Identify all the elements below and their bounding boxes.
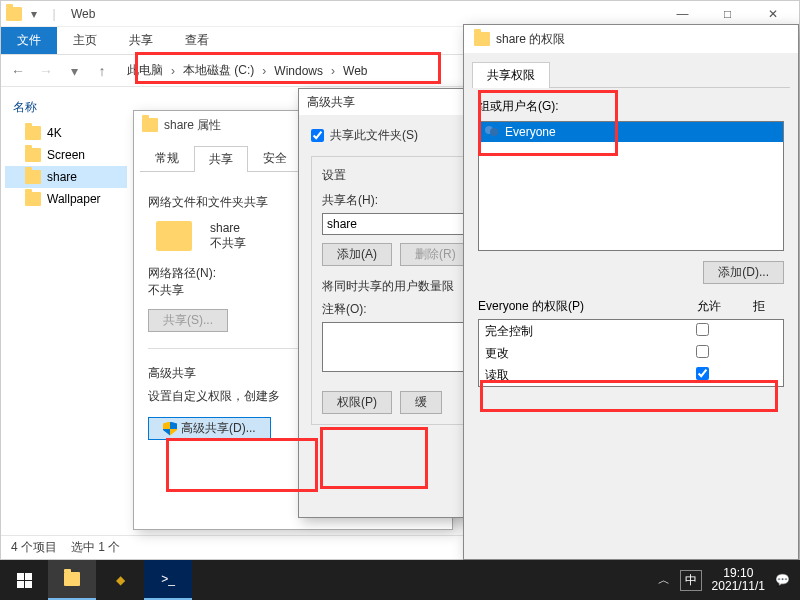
notifications-icon[interactable]: 💬 bbox=[775, 573, 790, 587]
item-label: share bbox=[47, 170, 77, 184]
start-button[interactable] bbox=[0, 560, 48, 600]
group-users-label: 组或用户名(G): bbox=[478, 98, 784, 115]
minimize-button[interactable]: — bbox=[660, 1, 705, 27]
permission-row: 完全控制 bbox=[479, 320, 783, 342]
share-name: share bbox=[210, 221, 246, 235]
list-item[interactable]: share bbox=[5, 166, 127, 188]
quick-access-toolbar: ▾ | bbox=[5, 5, 63, 23]
breadcrumb-item[interactable]: 此电脑 bbox=[127, 62, 163, 79]
up-button[interactable]: ↑ bbox=[91, 60, 113, 82]
permissions-header: Everyone 的权限(P) 允许 拒 bbox=[478, 298, 784, 315]
tab-general[interactable]: 常规 bbox=[140, 145, 194, 171]
item-label: Screen bbox=[47, 148, 85, 162]
folder-icon bbox=[64, 572, 80, 586]
permission-name: 更改 bbox=[485, 345, 677, 362]
ime-indicator[interactable]: 中 bbox=[680, 570, 702, 591]
users-icon bbox=[485, 126, 499, 138]
allow-checkbox[interactable] bbox=[696, 367, 709, 380]
item-label: 4K bbox=[47, 126, 62, 140]
user-row[interactable]: Everyone bbox=[479, 122, 783, 142]
file-list: 4K Screen share Wallpaper bbox=[5, 122, 127, 210]
add-button[interactable]: 添加(A) bbox=[322, 243, 392, 266]
permissions-tabs: 共享权限 bbox=[472, 61, 790, 88]
folder-icon bbox=[142, 118, 158, 132]
button-label: 高级共享(D)... bbox=[181, 420, 256, 437]
breadcrumb-item[interactable]: Windows bbox=[274, 64, 323, 78]
dialog-titlebar: share 的权限 bbox=[464, 25, 798, 53]
tab-sharing[interactable]: 共享 bbox=[194, 146, 248, 172]
advanced-sharing-button[interactable]: 高级共享(D)... bbox=[148, 417, 271, 440]
chevron-right-icon: › bbox=[331, 64, 335, 78]
folder-icon bbox=[474, 32, 490, 46]
permission-name: 读取 bbox=[485, 367, 677, 384]
status-selected: 选中 1 个 bbox=[71, 539, 120, 556]
taskbar: ◆ >_ ︿ 中 19:10 2021/11/1 💬 bbox=[0, 560, 800, 600]
user-name: Everyone bbox=[505, 125, 556, 139]
allow-header: 允许 bbox=[684, 298, 734, 315]
tab-security[interactable]: 安全 bbox=[248, 145, 302, 171]
divider: | bbox=[45, 5, 63, 23]
share-button[interactable]: 共享(S)... bbox=[148, 309, 228, 332]
folder-icon bbox=[25, 126, 41, 140]
recent-dropdown[interactable]: ▾ bbox=[63, 60, 85, 82]
breadcrumb-item[interactable]: 本地磁盘 (C:) bbox=[183, 62, 254, 79]
tab-home[interactable]: 主页 bbox=[57, 27, 113, 54]
permission-name: 完全控制 bbox=[485, 323, 677, 340]
dropdown-icon[interactable]: ▾ bbox=[25, 5, 43, 23]
chevron-right-icon: › bbox=[171, 64, 175, 78]
chevron-right-icon: › bbox=[262, 64, 266, 78]
window-title: Web bbox=[71, 7, 95, 21]
add-user-button[interactable]: 添加(D)... bbox=[703, 261, 784, 284]
forward-button[interactable]: → bbox=[35, 60, 57, 82]
permissions-for-label: Everyone 的权限(P) bbox=[478, 298, 684, 315]
folder-icon bbox=[25, 192, 41, 206]
list-item[interactable]: Screen bbox=[5, 144, 127, 166]
date: 2021/11/1 bbox=[712, 580, 765, 593]
checkbox[interactable] bbox=[311, 129, 324, 142]
folder-icon bbox=[156, 221, 192, 251]
users-listbox[interactable]: Everyone bbox=[478, 121, 784, 251]
dialog-title: share 的权限 bbox=[496, 31, 565, 48]
column-header-name[interactable]: 名称 bbox=[13, 99, 119, 116]
list-item[interactable]: Wallpaper bbox=[5, 188, 127, 210]
cache-button[interactable]: 缓 bbox=[400, 391, 442, 414]
folder-icon bbox=[25, 148, 41, 162]
window-controls: — □ ✕ bbox=[660, 1, 795, 27]
list-item[interactable]: 4K bbox=[5, 122, 127, 144]
checkbox-label: 共享此文件夹(S) bbox=[330, 127, 418, 144]
dialog-title: share 属性 bbox=[164, 117, 221, 134]
permissions-list: 完全控制 更改 读取 bbox=[478, 319, 784, 387]
status-count: 4 个项目 bbox=[11, 539, 57, 556]
taskbar-app[interactable]: ◆ bbox=[96, 560, 144, 600]
taskbar-powershell[interactable]: >_ bbox=[144, 560, 192, 600]
breadcrumb[interactable]: 此电脑› 本地磁盘 (C:)› Windows› Web bbox=[119, 59, 375, 83]
tab-share[interactable]: 共享 bbox=[113, 27, 169, 54]
shield-icon bbox=[163, 422, 177, 436]
item-label: Wallpaper bbox=[47, 192, 101, 206]
allow-checkbox[interactable] bbox=[696, 345, 709, 358]
file-pane: 名称 4K Screen share Wallpaper bbox=[1, 87, 131, 535]
maximize-button[interactable]: □ bbox=[705, 1, 750, 27]
tab-share-permissions[interactable]: 共享权限 bbox=[472, 62, 550, 88]
tray-chevron-up-icon[interactable]: ︿ bbox=[658, 572, 670, 589]
permissions-button[interactable]: 权限(P) bbox=[322, 391, 392, 414]
allow-checkbox[interactable] bbox=[696, 323, 709, 336]
back-button[interactable]: ← bbox=[7, 60, 29, 82]
folder-icon bbox=[25, 170, 41, 184]
breadcrumb-item[interactable]: Web bbox=[343, 64, 367, 78]
clock[interactable]: 19:10 2021/11/1 bbox=[712, 567, 765, 593]
folder-icon bbox=[5, 5, 23, 23]
system-tray: ︿ 中 19:10 2021/11/1 💬 bbox=[658, 567, 800, 593]
remove-button[interactable]: 删除(R) bbox=[400, 243, 471, 266]
permissions-dialog: share 的权限 共享权限 组或用户名(G): Everyone 添加(D).… bbox=[463, 24, 799, 560]
tab-file[interactable]: 文件 bbox=[1, 27, 57, 54]
share-status: 不共享 bbox=[210, 235, 246, 252]
deny-header: 拒 bbox=[734, 298, 784, 315]
taskbar-explorer[interactable] bbox=[48, 560, 96, 600]
close-button[interactable]: ✕ bbox=[750, 1, 795, 27]
windows-icon bbox=[17, 573, 32, 588]
tab-view[interactable]: 查看 bbox=[169, 27, 225, 54]
permission-row: 更改 bbox=[479, 342, 783, 364]
permission-row: 读取 bbox=[479, 364, 783, 386]
